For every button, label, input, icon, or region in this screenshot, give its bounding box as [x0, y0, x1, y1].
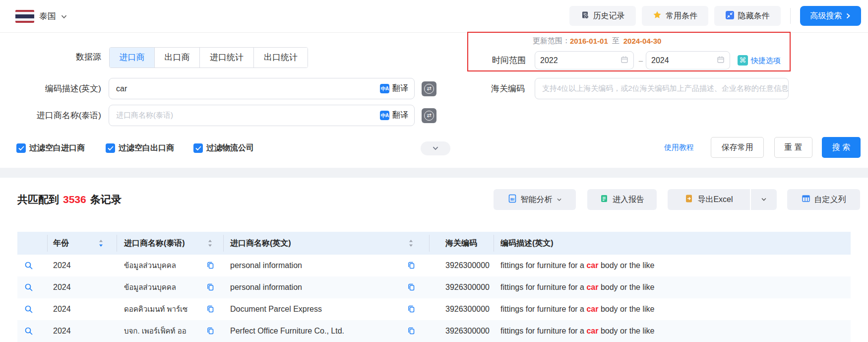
cell-eng-name: personal information	[230, 276, 404, 298]
cell-year: 2024	[53, 298, 71, 320]
hs-code-input[interactable]: 支持4位以上海关编码，或2位海关编码加上产品描述、企业名称的任意信息	[535, 78, 789, 99]
hs-code-label: 海关编码	[440, 78, 525, 99]
save-favorite-button[interactable]: 保存常用	[711, 137, 764, 158]
expand-more-button[interactable]	[421, 141, 450, 155]
datasource-label: 数据源	[15, 47, 101, 67]
chevron-down-icon[interactable]	[61, 13, 67, 22]
copy-icon[interactable]	[407, 305, 416, 315]
copy-icon[interactable]	[407, 283, 416, 293]
hide-conditions-button[interactable]: 隐藏条件	[714, 6, 781, 26]
section-divider	[0, 168, 868, 178]
update-range-label: 更新范围：	[533, 36, 570, 46]
copy-icon[interactable]	[407, 261, 416, 272]
favorites-button[interactable]: 常用条件	[642, 6, 708, 26]
copy-icon[interactable]	[206, 305, 215, 315]
filter-logistics-checkbox[interactable]: 过滤物流公司	[193, 143, 254, 153]
country-selector[interactable]: 泰国	[39, 0, 56, 32]
checkbox-checked-icon	[106, 143, 115, 153]
importer-name-input[interactable]: 进口商名称(泰语) 中A 翻译	[109, 105, 415, 126]
enter-report-button[interactable]: 进入报告	[587, 189, 657, 210]
table-row: 2024 ข้อมูลส่วนบุคคล personal informatio…	[17, 276, 851, 299]
cell-year: 2024	[53, 276, 71, 298]
sort-icon-year[interactable]	[98, 238, 104, 250]
reset-button[interactable]: 重 置	[774, 137, 812, 158]
translate-icon: 中A	[380, 111, 389, 120]
table-row: 2024 ดอคคิวเมนท์ พาร์เซ Document Parcel …	[17, 298, 851, 321]
tab-exporters[interactable]: 出口商	[154, 48, 199, 68]
translate-button[interactable]: 中A 翻译	[380, 110, 414, 121]
update-range: 更新范围： 2016-01-01 至 2024-04-30	[533, 35, 661, 47]
export-icon	[684, 194, 693, 205]
chevron-down-icon	[557, 197, 562, 203]
smart-analysis-button[interactable]: BI 智能分析	[494, 189, 576, 210]
filter-blank-exporter-checkbox[interactable]: 过滤空白出口商	[106, 143, 174, 153]
column-header-year[interactable]: 年份	[53, 232, 69, 255]
filter-blank-importer-checkbox[interactable]: 过滤空白进口商	[16, 143, 85, 153]
cell-code-desc: fittings for furniture for a car body or…	[500, 255, 858, 276]
customize-columns-button[interactable]: 自定义列	[787, 189, 860, 210]
copy-icon[interactable]	[206, 327, 215, 337]
copy-icon[interactable]	[206, 261, 215, 272]
calendar-icon	[717, 56, 725, 66]
row-search-icon[interactable]	[24, 261, 33, 272]
row-search-icon[interactable]	[24, 283, 33, 294]
highlighted-keyword: car	[586, 305, 598, 313]
code-desc-label: 编码描述(英文)	[15, 78, 101, 99]
advanced-search-button[interactable]: 高级搜索	[800, 6, 861, 26]
table-row: 2024 บจก. เพอร์เฟ็คท์ ออ Perfect Office …	[17, 320, 851, 342]
time-to-input[interactable]: 2024	[646, 51, 730, 69]
cell-hs-code: 3926300000	[445, 298, 490, 320]
row-search-icon[interactable]	[24, 305, 33, 316]
update-range-from: 2016-01-01	[570, 37, 608, 45]
command-icon[interactable]: ⌘	[738, 55, 748, 66]
translate-icon: 中A	[380, 84, 389, 93]
table-header: 年份 进口商名称(泰语) 进口商名称(英文) 海关编码 编码描述(英文)	[17, 232, 851, 255]
cell-code-desc: fittings for furniture for a car body or…	[500, 298, 858, 320]
highlighted-keyword: car	[586, 327, 598, 335]
quick-options-link[interactable]: 快捷选项	[751, 51, 781, 69]
tab-importers[interactable]: 进口商	[110, 48, 154, 68]
cell-code-desc: fittings for furniture for a car body or…	[500, 320, 858, 342]
row-search-icon[interactable]	[24, 327, 33, 338]
time-range-label: 时间范围	[467, 51, 526, 69]
translate-button[interactable]: 中A 翻译	[380, 83, 414, 94]
cell-eng-name: Document Parcel Express	[230, 298, 404, 320]
tab-import-stats[interactable]: 进口统计	[199, 48, 253, 68]
search-button[interactable]: 搜 索	[822, 137, 861, 158]
update-range-to: 2024-04-30	[623, 37, 662, 45]
code-desc-input[interactable]: car 中A 翻译	[109, 78, 415, 99]
cell-thai-name: ดอคคิวเมนท์ พาร์เซ	[124, 298, 203, 320]
sort-icon-thai-name[interactable]	[207, 238, 213, 250]
cell-eng-name: personal information	[230, 255, 404, 276]
column-header-thai-name[interactable]: 进口商名称(泰语)	[124, 232, 185, 255]
swap-search-icon[interactable]: ⇄	[422, 108, 436, 123]
chevron-right-icon	[845, 13, 851, 19]
tutorial-link[interactable]: 使用教程	[664, 137, 694, 158]
export-excel-button[interactable]: 导出Excel	[668, 189, 750, 210]
cell-year: 2024	[53, 255, 71, 276]
calendar-icon	[620, 56, 628, 66]
bi-analysis-icon: BI	[508, 194, 517, 205]
chevron-down-icon	[432, 145, 439, 152]
time-from-input[interactable]: 2022	[535, 51, 634, 69]
columns-icon	[802, 194, 810, 205]
cell-year: 2024	[53, 320, 71, 342]
collapse-icon	[726, 11, 734, 21]
table-row: 2024 ข้อมูลส่วนบุคคล personal informatio…	[17, 255, 851, 277]
thailand-flag-icon	[15, 10, 34, 23]
history-icon	[581, 11, 589, 21]
sort-icon-eng-name[interactable]	[408, 238, 414, 250]
date-range-dash: –	[637, 51, 645, 69]
tab-export-stats[interactable]: 出口统计	[253, 48, 308, 68]
datasource-tabs: 进口商 出口商 进口统计 出口统计	[109, 47, 308, 68]
copy-icon[interactable]	[206, 283, 215, 293]
column-header-hs-code: 海关编码	[445, 232, 477, 255]
column-header-eng-name[interactable]: 进口商名称(英文)	[230, 232, 291, 255]
history-button[interactable]: 历史记录	[569, 6, 636, 26]
export-dropdown-button[interactable]	[750, 189, 777, 210]
cell-hs-code: 3926300000	[445, 320, 490, 342]
swap-search-icon[interactable]: ⇄	[422, 81, 436, 96]
cell-thai-name: ข้อมูลส่วนบุคคล	[124, 276, 203, 298]
highlighted-keyword: car	[586, 283, 598, 291]
copy-icon[interactable]	[407, 327, 416, 337]
